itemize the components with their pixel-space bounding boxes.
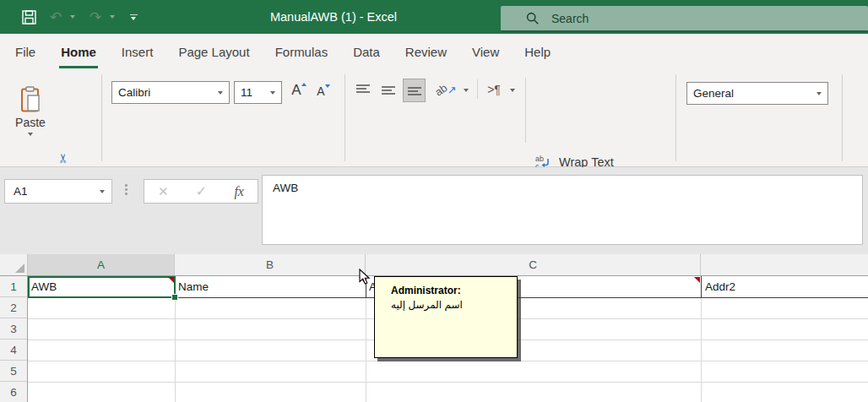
insert-function-icon[interactable]: fx: [234, 184, 244, 199]
font-size-select[interactable]: 11: [234, 81, 282, 104]
tab-file[interactable]: File: [15, 34, 35, 71]
formula-content: AWB: [263, 176, 862, 194]
active-cell-selection-border: [28, 276, 176, 298]
name-box-value: A1: [5, 185, 100, 198]
customize-quick-access-icon[interactable]: [125, 0, 142, 34]
tab-view[interactable]: View: [472, 34, 499, 71]
tab-formulas[interactable]: Formulas: [275, 34, 328, 71]
orientation-button[interactable]: ab ↗: [433, 78, 458, 101]
increase-font-size-button[interactable]: A: [288, 79, 310, 101]
paste-icon: [19, 86, 41, 113]
cut-icon: ✂: [56, 153, 71, 164]
window-title: ManualAWB (1) - Excel: [236, 0, 431, 34]
fill-handle[interactable]: [171, 294, 178, 301]
title-bar: ↶ ↷ ManualAWB (1) - Excel Search: [0, 0, 868, 34]
formula-toolbox: ✕ ✓ fx: [144, 179, 258, 204]
ribbon: Paste ✂ Clipboard Calibri 11 A: [0, 71, 868, 167]
cut-button[interactable]: ✂: [52, 149, 74, 167]
decrease-font-size-button[interactable]: A: [313, 81, 334, 101]
row-header-5[interactable]: 5: [0, 361, 27, 382]
top-align-button[interactable]: [353, 79, 373, 101]
undo-dropdown-icon[interactable]: [68, 0, 78, 34]
tab-review[interactable]: Review: [405, 34, 447, 71]
text-direction-icon: >¶: [487, 83, 501, 96]
mouse-cursor: [359, 269, 371, 285]
increase-font-size-icon: A: [291, 82, 301, 99]
text-direction-dropdown-icon[interactable]: [507, 79, 518, 101]
column-header-row: A B C: [0, 254, 868, 276]
search-icon: [526, 12, 540, 25]
font-name-select[interactable]: Calibri: [111, 81, 230, 104]
name-box-dropdown-icon: [100, 190, 105, 193]
formula-bar-resize-handle[interactable]: [125, 184, 127, 195]
comment-indicator-c1[interactable]: [694, 277, 700, 283]
column-header-b[interactable]: B: [175, 254, 366, 275]
redo-button[interactable]: ↷: [87, 0, 104, 34]
enter-icon[interactable]: ✓: [196, 183, 207, 199]
column-header-a[interactable]: A: [28, 254, 175, 275]
decrease-font-size-icon: A: [317, 84, 324, 98]
paste-label: Paste: [15, 116, 46, 129]
number-format-select[interactable]: General: [686, 82, 828, 105]
undo-button[interactable]: ↶: [47, 0, 64, 34]
tab-help[interactable]: Help: [524, 34, 551, 71]
paste-button[interactable]: Paste: [10, 78, 51, 144]
text-direction-button[interactable]: >¶: [483, 79, 505, 100]
orientation-dropdown-icon[interactable]: [460, 79, 472, 101]
formula-input[interactable]: AWB: [262, 175, 863, 245]
search-placeholder: Search: [551, 12, 589, 25]
cancel-icon[interactable]: ✕: [158, 184, 169, 199]
font-size-dropdown-icon: [270, 91, 275, 95]
comment-author: Administrator:: [391, 285, 510, 296]
column-header-d[interactable]: [701, 254, 868, 275]
font-size-value: 11: [235, 86, 270, 99]
comment-text: اسم المرسل إليه: [391, 299, 510, 311]
comment-tooltip: Administrator: اسم المرسل إليه: [374, 276, 518, 358]
tab-home[interactable]: Home: [61, 34, 96, 71]
font-name-value: Calibri: [112, 86, 218, 99]
row-header-6[interactable]: 6: [0, 382, 27, 402]
ribbon-tab-row: File Home Insert Page Layout Formulas Da…: [0, 34, 868, 71]
tab-insert[interactable]: Insert: [122, 34, 154, 71]
tab-data[interactable]: Data: [353, 34, 380, 71]
row-header-3[interactable]: 3: [0, 318, 27, 340]
row-header-4[interactable]: 4: [0, 340, 27, 361]
cell-b1[interactable]: Name: [178, 276, 209, 297]
select-all-button[interactable]: [0, 254, 28, 275]
font-name-dropdown-icon: [218, 91, 223, 95]
row-header-column: 1 2 3 4 5 6: [0, 276, 28, 402]
column-header-c[interactable]: C: [366, 254, 701, 275]
number-format-value: General: [687, 87, 816, 100]
search-input[interactable]: Search: [501, 6, 868, 32]
row-header-1[interactable]: 1: [0, 276, 27, 297]
formula-bar-strip: A1 ✕ ✓ fx AWB: [0, 167, 868, 254]
row-header-2[interactable]: 2: [0, 297, 27, 318]
save-icon[interactable]: [19, 0, 39, 34]
redo-dropdown-icon[interactable]: [107, 0, 117, 34]
cell-d1[interactable]: Addr2: [705, 276, 735, 297]
middle-align-button[interactable]: [378, 79, 399, 101]
name-box[interactable]: A1: [4, 179, 112, 204]
tab-page-layout[interactable]: Page Layout: [178, 34, 249, 71]
number-format-dropdown-icon: [816, 92, 822, 95]
bottom-align-button[interactable]: [403, 79, 426, 102]
comment-indicator-a1[interactable]: [168, 277, 174, 283]
